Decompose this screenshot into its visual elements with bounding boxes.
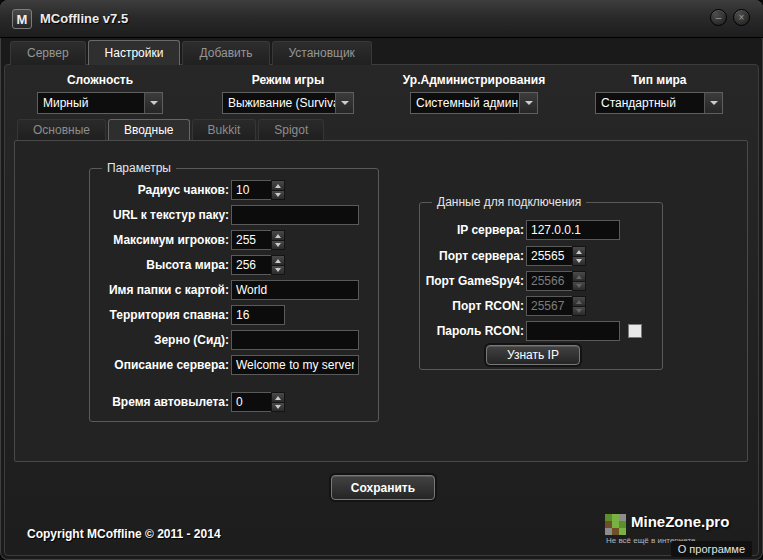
settings-page: Сложность Мирный Режим игры Выживание (S… (4, 64, 759, 556)
autokick-time-stepper (231, 392, 285, 412)
spin-up-button[interactable] (271, 392, 285, 402)
field-label: Порт сервера: (389, 249, 524, 263)
chevron-down-icon (335, 93, 353, 113)
selected-value: Выживание (Survival (223, 96, 335, 110)
spinner (572, 246, 586, 266)
form-row: Время автовылета: (15, 392, 747, 412)
window-title: MCoffline v7.5 (40, 0, 128, 38)
gamemode-select[interactable]: Выживание (Survival (222, 92, 354, 114)
form-row: IP сервера: (15, 220, 747, 240)
app-window: M MCoffline v7.5 – × Сервер Настройки До… (0, 0, 763, 560)
admin-level-group: Ур.Администрирования Системный админ (410, 73, 538, 114)
field-label: Пароль RCON: (389, 324, 524, 338)
app-icon: M (12, 9, 32, 29)
server-port-stepper (526, 246, 586, 266)
minezone-logo-icon (605, 514, 626, 535)
form-row: Порт GameSpy4: (15, 271, 747, 291)
chevron-down-icon (144, 93, 162, 113)
spin-up-button (572, 296, 586, 306)
minimize-icon: – (716, 13, 722, 23)
form-row: Порт сервера: (15, 246, 747, 266)
selected-value: Мирный (38, 96, 144, 110)
difficulty-select[interactable]: Мирный (37, 92, 163, 114)
world-type-group: Тип мира Стандартный (595, 73, 723, 114)
spin-down-button (572, 306, 586, 316)
watermark-brand: MineZone.pro (631, 513, 729, 530)
server-ip-input[interactable] (526, 220, 620, 240)
spinner (572, 296, 586, 316)
spin-up-button[interactable] (271, 180, 285, 190)
tab-server[interactable]: Сервер (10, 41, 86, 65)
params-groupbox-title: Параметры (102, 161, 176, 175)
about-link[interactable]: О программе (671, 541, 752, 557)
spin-up-button[interactable] (572, 246, 586, 256)
spinner (271, 392, 285, 412)
server-port-input[interactable] (526, 246, 572, 266)
rcon-password-input[interactable] (526, 321, 620, 341)
spin-down-button[interactable] (271, 190, 285, 200)
subtab-bukkit[interactable]: Bukkit (192, 119, 257, 140)
gamemode-group: Режим игры Выживание (Survival (222, 73, 354, 114)
world-type-label: Тип мира (631, 73, 686, 87)
world-type-select[interactable]: Стандартный (595, 92, 723, 114)
form-row: Узнать IP (15, 345, 747, 365)
chunk-radius-stepper (231, 180, 285, 200)
gamemode-label: Режим игры (252, 73, 324, 87)
chunk-radius-input[interactable] (231, 180, 271, 200)
titlebar[interactable]: M MCoffline v7.5 – × (0, 0, 763, 38)
form-row: Порт RCON: (15, 296, 747, 316)
difficulty-label: Сложность (67, 73, 133, 87)
connection-groupbox-title: Данные для подключения (432, 195, 586, 209)
spin-down-button (572, 281, 586, 291)
field-label: Порт GameSpy4: (389, 274, 524, 288)
sub-tab-bar: Основные Вводные Bukkit Spigot (17, 119, 326, 140)
spinner (271, 180, 285, 200)
spinner (572, 271, 586, 291)
field-label: IP сервера: (389, 223, 524, 237)
save-button[interactable]: Сохранить (331, 475, 435, 500)
field-label: Время автовылета: (19, 395, 229, 409)
rcon-password-checkbox[interactable] (628, 324, 642, 338)
spin-up-button (572, 271, 586, 281)
copyright-text: Copyright MCoffline © 2011 - 2014 (27, 527, 221, 541)
subtab-spigot[interactable]: Spigot (258, 119, 324, 140)
chevron-down-icon (704, 93, 722, 113)
spin-down-button[interactable] (271, 402, 285, 412)
tab-installer[interactable]: Установщик (272, 41, 372, 65)
gamespy-port-stepper (526, 271, 586, 291)
form-row: Пароль RCON: (15, 321, 747, 341)
admin-level-label: Ур.Администрирования (403, 73, 545, 87)
main-tab-bar: Сервер Настройки Добавить Установщик (10, 41, 374, 65)
gamespy-port-input (526, 271, 572, 291)
selected-value: Системный админ (411, 96, 519, 110)
form-row: Радиус чанков: (15, 180, 747, 200)
close-icon: × (739, 13, 745, 23)
selected-value: Стандартный (596, 96, 704, 110)
spin-down-button[interactable] (572, 256, 586, 266)
rcon-port-input (526, 296, 572, 316)
admin-level-select[interactable]: Системный админ (410, 92, 538, 114)
get-ip-button[interactable]: Узнать IP (486, 345, 580, 365)
field-label: Порт RCON: (389, 299, 524, 313)
inputs-tab-panel: Параметры Радиус чанков: URL к текстур п… (14, 140, 748, 462)
close-button[interactable]: × (733, 9, 750, 26)
minimize-button[interactable]: – (710, 9, 727, 26)
subtab-inputs[interactable]: Вводные (108, 119, 190, 140)
tab-settings[interactable]: Настройки (88, 40, 181, 65)
subtab-main[interactable]: Основные (17, 119, 106, 140)
difficulty-group: Сложность Мирный (37, 73, 163, 114)
chevron-down-icon (519, 93, 537, 113)
rcon-port-stepper (526, 296, 586, 316)
field-label: Радиус чанков: (19, 183, 229, 197)
autokick-time-input[interactable] (231, 392, 271, 412)
tab-add[interactable]: Добавить (182, 41, 269, 65)
